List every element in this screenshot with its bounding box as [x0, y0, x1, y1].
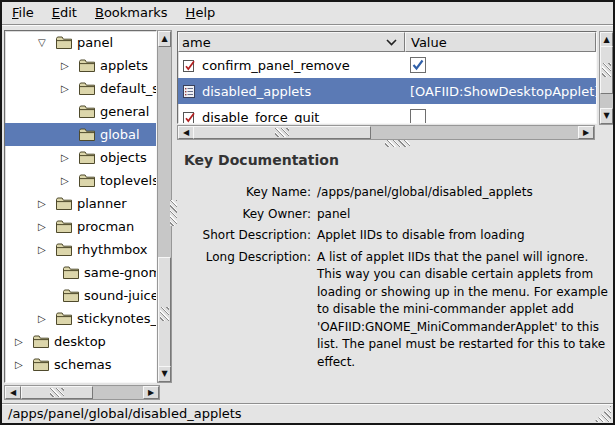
arrow-up-icon: ▲ [603, 36, 609, 44]
tree-item-panel[interactable]: ▽ panel [5, 31, 156, 54]
tree-item-label: procman [77, 219, 134, 234]
folder-icon [79, 82, 95, 95]
folder-icon [56, 197, 72, 210]
expander-closed-icon[interactable]: ▷ [38, 245, 56, 255]
tree-horizontal-scrollbar[interactable]: ◀ ▶ [4, 385, 160, 400]
field-value: A list of applet IIDs that the panel wil… [317, 249, 611, 372]
expander-closed-icon[interactable]: ▷ [61, 153, 79, 163]
scroll-right-button[interactable]: ▶ [143, 386, 159, 399]
scrollbar-thumb[interactable] [600, 46, 613, 94]
thumb-grip [50, 388, 64, 397]
scrollbar-thumb[interactable] [21, 386, 93, 399]
tree-item-applets[interactable]: ▷ applets [5, 54, 156, 77]
tree-item-toplevels[interactable]: ▷ toplevels [5, 169, 156, 192]
tree-item-stickynotes[interactable]: ▷ stickynotes_ [5, 307, 156, 330]
status-bar: /apps/panel/global/disabled_applets [2, 403, 613, 423]
tree-item-label: same-gnome [84, 265, 157, 280]
tree-item-label: rhythmbox [77, 242, 148, 257]
folder-icon [56, 312, 72, 325]
tree-item-same-gnome[interactable]: same-gnome [5, 261, 156, 284]
key-list-horizontal-scrollbar[interactable]: ◀ ▶ [177, 125, 595, 140]
config-tree: ▽ panel ▷ applets ▷ default_se general g… [4, 30, 157, 383]
scroll-up-button[interactable]: ▲ [158, 31, 171, 47]
vertical-pane-handle[interactable] [170, 200, 177, 226]
tree-item-label: schemas [54, 357, 112, 372]
checkbox-checked[interactable] [410, 57, 426, 73]
key-list: ame Value confirm_panel_remove [177, 31, 597, 124]
tree-item-default-setup[interactable]: ▷ default_se [5, 77, 156, 100]
arrow-left-icon: ◀ [183, 129, 189, 137]
column-header-name[interactable]: ame [178, 32, 405, 52]
gconf-editor-window: File Edit Bookmarks Help ▽ panel ▷ apple… [0, 0, 615, 425]
tree-item-label: global [100, 127, 140, 142]
tree-item-procman[interactable]: ▷ procman [5, 215, 156, 238]
key-documentation-panel: Key Documentation Key Name: /apps/panel/… [177, 148, 613, 402]
arrow-left-icon: ◀ [10, 389, 16, 397]
menu-edit[interactable]: Edit [43, 3, 86, 23]
doc-field-key-owner: Key Owner: panel [177, 206, 613, 224]
arrow-up-icon: ▲ [161, 35, 167, 43]
key-list-vertical-scrollbar[interactable]: ▲ ▼ [599, 31, 614, 125]
folder-icon [79, 128, 95, 141]
menu-help[interactable]: Help [177, 3, 225, 23]
doc-field-key-name: Key Name: /apps/panel/global/disabled_ap… [177, 184, 613, 202]
scroll-down-button[interactable]: ▼ [600, 108, 613, 124]
window-resize-grip[interactable] [594, 405, 611, 422]
expander-closed-icon[interactable]: ▷ [15, 360, 33, 370]
field-label: Short Description: [177, 227, 311, 245]
tree-item-schemas[interactable]: ▷ schemas [5, 353, 156, 376]
folder-icon [56, 220, 72, 233]
list-key-icon [182, 84, 196, 99]
folder-icon [33, 335, 49, 348]
scrollbar-thumb[interactable] [193, 126, 371, 139]
key-documentation-title: Key Documentation [184, 152, 339, 168]
expander-open-icon[interactable]: ▽ [38, 38, 56, 48]
scroll-left-button[interactable]: ◀ [5, 386, 21, 399]
tree-item-global-selected[interactable]: global [5, 123, 156, 146]
folder-icon [79, 151, 95, 164]
column-header-value[interactable]: Value [405, 32, 596, 52]
menu-file[interactable]: File [3, 3, 43, 23]
tree-item-label: default_se [100, 81, 157, 96]
tree-item-objects[interactable]: ▷ objects [5, 146, 156, 169]
tree-item-planner[interactable]: ▷ planner [5, 192, 156, 215]
field-value: /apps/panel/global/disabled_applets [317, 184, 611, 202]
folder-icon [56, 243, 72, 256]
scroll-down-button[interactable]: ▼ [158, 366, 171, 382]
folder-icon [63, 289, 79, 302]
expander-closed-icon[interactable]: ▷ [38, 199, 56, 209]
key-value: [OAFIID:ShowDesktopApplet] [410, 84, 596, 99]
field-label: Key Owner: [177, 206, 311, 224]
sort-descending-icon [386, 39, 397, 46]
expander-closed-icon[interactable]: ▷ [38, 314, 56, 324]
tree-item-label: desktop [54, 334, 106, 349]
key-list-header: ame Value [178, 32, 596, 52]
key-row-disable-force-quit[interactable]: disable_force_quit [178, 104, 596, 124]
tree-item-label: panel [77, 35, 113, 50]
arrow-right-icon: ▶ [148, 389, 154, 397]
scroll-right-button[interactable]: ▶ [578, 126, 594, 139]
expander-closed-icon[interactable]: ▷ [61, 61, 79, 71]
expander-closed-icon[interactable]: ▷ [15, 337, 33, 347]
folder-icon [56, 36, 72, 49]
checkbox-unchecked[interactable] [410, 109, 426, 124]
expander-closed-icon[interactable]: ▷ [38, 222, 56, 232]
column-header-label: Value [409, 35, 447, 50]
tree-item-rhythmbox[interactable]: ▷ rhythmbox [5, 238, 156, 261]
key-documentation-fields: Key Name: /apps/panel/global/disabled_ap… [177, 184, 613, 375]
tree-item-desktop[interactable]: ▷ desktop [5, 330, 156, 353]
expander-closed-icon[interactable]: ▷ [61, 176, 79, 186]
key-row-confirm-panel-remove[interactable]: confirm_panel_remove [178, 52, 596, 78]
scroll-left-button[interactable]: ◀ [178, 126, 194, 139]
scrollbar-thumb[interactable] [158, 257, 171, 371]
doc-field-short-description: Short Description: Applet IIDs to disabl… [177, 227, 613, 245]
tree-item-general[interactable]: general [5, 100, 156, 123]
menu-bookmarks[interactable]: Bookmarks [86, 3, 177, 23]
tree-item-label: stickynotes_ [77, 311, 157, 326]
key-name: confirm_panel_remove [202, 58, 350, 73]
column-header-label: ame [182, 35, 211, 50]
tree-item-sound-juicer[interactable]: sound-juicer [5, 284, 156, 307]
expander-closed-icon[interactable]: ▷ [61, 84, 79, 94]
key-row-disabled-applets-selected[interactable]: disabled_applets [OAFIID:ShowDesktopAppl… [178, 78, 596, 104]
horizontal-pane-handle[interactable] [385, 140, 410, 147]
